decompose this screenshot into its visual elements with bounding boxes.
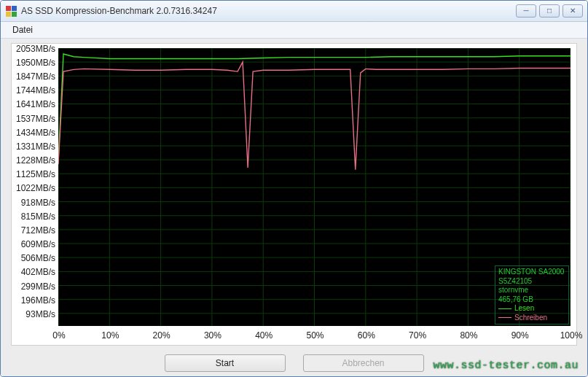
- y-tick-label: 815MB/s: [12, 211, 58, 222]
- y-tick-label: 1331MB/s: [12, 141, 58, 152]
- x-tick-label: 60%: [358, 330, 375, 341]
- legend-write-label: Schreiben: [514, 314, 547, 323]
- y-tick-label: 609MB/s: [12, 239, 58, 249]
- titlebar: AS SSD Kompression-Benchmark 2.0.7316.34…: [1, 1, 587, 22]
- y-tick-label: 93MB/s: [12, 309, 58, 319]
- y-tick-label: 1125MB/s: [12, 169, 58, 179]
- y-tick-label: 712MB/s: [12, 225, 58, 236]
- minimize-button[interactable]: ─: [516, 4, 536, 18]
- chart-plot: KINGSTON SA2000 S5Z42105 stornvme 465,76…: [58, 48, 571, 326]
- maximize-button[interactable]: □: [539, 4, 560, 18]
- legend-read: Lesen: [498, 304, 565, 314]
- watermark: www.ssd-tester.com.au: [433, 359, 579, 372]
- x-tick-label: 30%: [204, 330, 222, 341]
- x-tick-label: 90%: [511, 330, 529, 341]
- x-tick-label: 10%: [101, 330, 119, 341]
- y-tick-label: 1847MB/s: [12, 71, 58, 82]
- legend-capacity: 465,76 GB: [498, 295, 565, 305]
- x-tick-label: 50%: [306, 330, 324, 341]
- legend-write-swatch: [498, 317, 511, 318]
- x-tick-label: 0%: [52, 330, 65, 341]
- chart-panel: KINGSTON SA2000 S5Z42105 stornvme 465,76…: [11, 43, 577, 346]
- legend-read-label: Lesen: [514, 304, 534, 314]
- app-icon: [5, 5, 17, 17]
- y-tick-label: 299MB/s: [12, 281, 58, 292]
- y-tick-label: 1228MB/s: [12, 155, 58, 166]
- y-tick-label: 1434MB/s: [12, 128, 58, 138]
- y-tick-label: 402MB/s: [12, 267, 58, 277]
- menubar: Datei: [1, 22, 587, 39]
- chart-legend: KINGSTON SA2000 S5Z42105 stornvme 465,76…: [495, 265, 569, 324]
- chart-svg: [58, 48, 571, 326]
- legend-device: KINGSTON SA2000: [498, 268, 565, 277]
- y-tick-label: 1950MB/s: [12, 58, 58, 68]
- abort-button: Abbrechen: [303, 354, 424, 372]
- menu-file[interactable]: Datei: [8, 23, 37, 36]
- y-tick-label: 506MB/s: [12, 253, 58, 263]
- window-controls: ─ □ ✕: [516, 4, 583, 18]
- y-tick-label: 2053MB/s: [12, 44, 58, 54]
- y-tick-label: 1744MB/s: [12, 85, 58, 96]
- legend-write: Schreiben: [498, 314, 565, 323]
- legend-firmware: S5Z42105: [498, 277, 565, 287]
- window-title: AS SSD Kompression-Benchmark 2.0.7316.34…: [21, 6, 516, 16]
- y-tick-label: 918MB/s: [12, 198, 58, 208]
- x-tick-label: 20%: [153, 330, 170, 341]
- x-tick-label: 40%: [255, 330, 273, 341]
- app-window: AS SSD Kompression-Benchmark 2.0.7316.34…: [0, 0, 588, 377]
- legend-read-swatch: [498, 308, 511, 309]
- x-tick-label: 100%: [560, 330, 583, 341]
- y-tick-label: 1537MB/s: [12, 114, 58, 124]
- y-tick-label: 1022MB/s: [12, 183, 58, 193]
- start-button[interactable]: Start: [165, 354, 286, 372]
- x-tick-label: 70%: [409, 330, 426, 341]
- y-tick-label: 1641MB/s: [12, 99, 58, 109]
- x-tick-label: 80%: [460, 330, 477, 341]
- y-tick-label: 196MB/s: [12, 295, 58, 306]
- close-button[interactable]: ✕: [562, 4, 583, 18]
- legend-driver: stornvme: [498, 286, 565, 295]
